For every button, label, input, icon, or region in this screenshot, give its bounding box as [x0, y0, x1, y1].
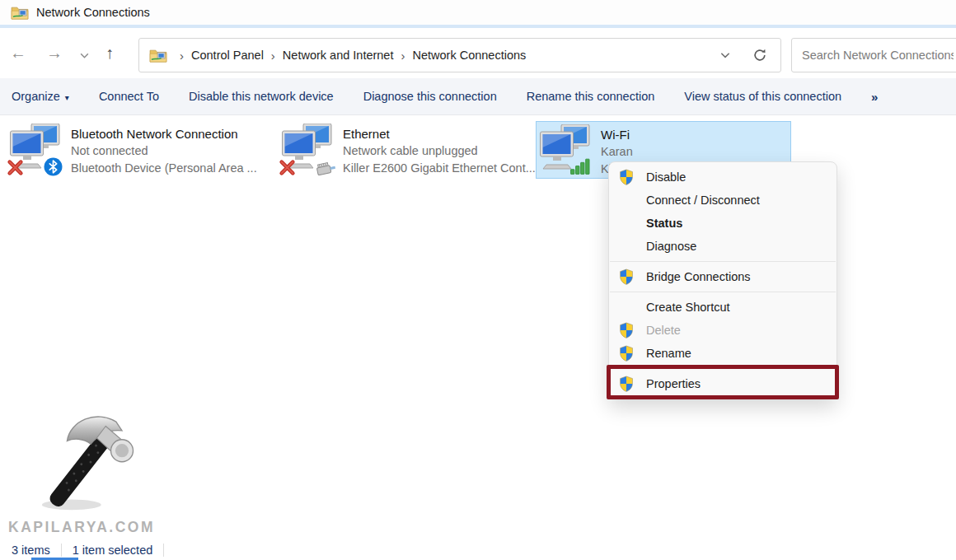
forward-button[interactable]: →	[46, 43, 63, 63]
network-connections-window: Network Connections ← → ↑ ›Control Panel…	[0, 0, 956, 560]
menu-item-rename[interactable]: Rename	[609, 342, 836, 365]
connection-status: Network cable unplugged	[343, 142, 536, 160]
menu-item-label: Delete	[646, 324, 681, 337]
titlebar: Network Connections	[0, 0, 956, 25]
menu-item-status[interactable]: Status	[609, 212, 836, 235]
empty-icon-slot	[619, 299, 635, 315]
bluetooth-badge-icon	[44, 157, 63, 176]
search-input[interactable]	[802, 49, 954, 62]
empty-icon-slot	[619, 192, 635, 208]
context-menu: Disable Connect / Disconnect Status Diag…	[608, 161, 837, 399]
menu-item-connect-disconnect[interactable]: Connect / Disconnect	[609, 189, 836, 212]
uac-shield-slot	[619, 169, 635, 185]
toolbar-item-diagnose-this-connection[interactable]: Diagnose this connection	[363, 90, 497, 103]
menu-item-label: Disable	[646, 170, 686, 184]
breadcrumb-chevron-icon: ›	[271, 49, 275, 63]
menu-item-bridge-connections[interactable]: Bridge Connections	[609, 265, 836, 288]
status-divider	[61, 544, 62, 557]
hammer-logo-icon	[33, 402, 144, 517]
uac-shield-slot	[619, 345, 635, 362]
menu-separator	[610, 368, 836, 369]
breadcrumb: ›Control Panel›Network and Internet›Netw…	[172, 49, 526, 63]
connection-device: Killer E2600 Gigabit Ethernet Cont...	[343, 160, 536, 177]
wifi-signal-badge-icon	[570, 157, 591, 175]
breadcrumb-chevron-icon: ›	[180, 49, 184, 63]
toolbar-item-disable-this-network-device[interactable]: Disable this network device	[189, 90, 334, 103]
disconnected-x-icon	[279, 159, 296, 176]
menu-item-label: Connect / Disconnect	[646, 194, 760, 207]
menu-item-label: Rename	[646, 347, 691, 360]
toolbar-item-connect-to[interactable]: Connect To	[99, 90, 159, 103]
breadcrumb-control-panel[interactable]: Control Panel	[191, 49, 264, 62]
organize-dropdown-caret-icon: ▾	[65, 93, 69, 102]
menu-separator	[610, 292, 836, 292]
breadcrumb-network-connections[interactable]: Network Connections	[412, 49, 526, 62]
watermark-text: KAPILARYA.COM	[8, 519, 173, 536]
items-count: 3 items	[12, 544, 50, 557]
connection-icon-box	[10, 124, 63, 176]
navigation-bar: ← → ↑ ›Control Panel›Network and Interne…	[0, 28, 956, 78]
menu-item-disable[interactable]: Disable	[609, 166, 836, 189]
menu-item-label: Properties	[646, 377, 701, 390]
uac-shield-icon	[619, 268, 634, 285]
selected-count: 1 item selected	[73, 544, 153, 557]
uac-shield-icon	[619, 169, 634, 185]
watermark: KAPILARYA.COM	[8, 402, 173, 536]
back-button[interactable]: ←	[10, 43, 26, 63]
menu-separator	[610, 261, 836, 262]
uac-shield-slot	[619, 322, 635, 338]
command-toolbar: Organize▾Connect ToDisable this network …	[0, 78, 956, 115]
uac-shield-slot	[619, 268, 635, 285]
address-bar-controls	[719, 48, 771, 63]
connections-list: Bluetooth Network Connection Not connect…	[0, 115, 956, 539]
connection-icon-box	[282, 124, 335, 176]
menu-item-properties[interactable]: Properties	[609, 372, 836, 395]
menu-item-diagnose[interactable]: Diagnose	[609, 235, 836, 258]
menu-item-label: Status	[646, 217, 682, 230]
search-box	[791, 38, 956, 72]
connection-item-bluetooth-network-connection[interactable]: Bluetooth Network Connection Not connect…	[7, 121, 272, 179]
breadcrumb-network-and-internet[interactable]: Network and Internet	[283, 49, 394, 62]
toolbar-overflow-button[interactable]: »	[871, 90, 878, 104]
breadcrumb-chevron-icon: ›	[401, 49, 405, 63]
connection-name: Bluetooth Network Connection	[71, 125, 257, 142]
empty-icon-slot	[619, 238, 635, 254]
up-button[interactable]: ↑	[105, 43, 114, 63]
uac-shield-icon	[619, 345, 634, 362]
connection-name: Wi-Fi	[601, 126, 633, 143]
toolbar-item-rename-this-connection[interactable]: Rename this connection	[527, 90, 655, 103]
toolbar-item-organize[interactable]: Organize▾	[12, 90, 69, 103]
connection-icon-box	[540, 124, 593, 177]
connection-texts: Bluetooth Network Connection Not connect…	[71, 124, 257, 177]
connection-status: Karan	[601, 143, 633, 161]
uac-shield-icon	[619, 322, 634, 338]
connection-texts: Ethernet Network cable unplugged Killer …	[343, 124, 536, 177]
connection-item-ethernet[interactable]: Ethernet Network cable unplugged Killer …	[279, 121, 531, 179]
network-folder-icon	[11, 5, 29, 20]
uac-shield-slot	[619, 376, 635, 392]
menu-item-label: Create Shortcut	[646, 301, 730, 314]
connection-name: Ethernet	[343, 125, 536, 142]
toolbar-item-view-status-of-this-connection[interactable]: View status of this connection	[684, 90, 841, 103]
status-bar: 3 items 1 item selected	[0, 539, 956, 560]
ethernet-plug-badge-icon	[314, 160, 337, 176]
status-divider	[163, 544, 164, 557]
connection-device: Bluetooth Device (Personal Area ...	[71, 160, 257, 177]
menu-item-create-shortcut[interactable]: Create Shortcut	[609, 296, 836, 319]
window-title: Network Connections	[36, 6, 150, 19]
menu-item-label: Bridge Connections	[646, 270, 751, 283]
recent-locations-chevron-icon[interactable]	[79, 50, 90, 61]
disconnected-x-icon	[7, 159, 24, 176]
address-bar[interactable]: ›Control Panel›Network and Internet›Netw…	[138, 38, 781, 72]
menu-item-label: Diagnose	[646, 240, 696, 253]
empty-icon-slot	[619, 215, 635, 231]
uac-shield-icon	[619, 376, 634, 392]
refresh-icon[interactable]	[752, 48, 767, 63]
connection-status: Not connected	[71, 142, 257, 160]
menu-item-delete[interactable]: Delete	[609, 319, 836, 342]
address-folder-icon	[149, 48, 167, 63]
address-dropdown-chevron-icon[interactable]	[719, 49, 731, 61]
